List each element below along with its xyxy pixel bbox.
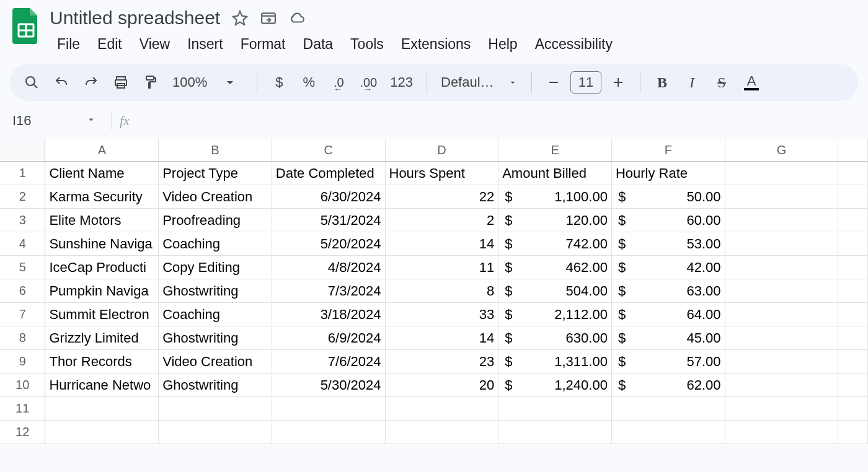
cell[interactable] — [725, 326, 839, 349]
menu-data[interactable]: Data — [296, 33, 341, 55]
cell[interactable] — [838, 303, 868, 326]
column-header-C[interactable]: C — [272, 139, 386, 162]
cell[interactable]: 7/6/2024 — [272, 350, 386, 373]
name-box-dropdown-icon[interactable] — [86, 113, 97, 129]
cell[interactable]: 11 — [386, 256, 499, 279]
row-header[interactable]: 4 — [0, 232, 45, 255]
zoom-dropdown-icon[interactable] — [217, 69, 243, 95]
cell[interactable] — [386, 397, 499, 420]
cell[interactable]: $64.00 — [612, 303, 725, 326]
cell[interactable] — [838, 279, 868, 302]
search-icon[interactable] — [19, 69, 45, 95]
cell[interactable]: 6/9/2024 — [272, 326, 386, 349]
cell[interactable] — [612, 397, 725, 420]
currency-format-button[interactable]: $ — [266, 69, 292, 95]
menu-tools[interactable]: Tools — [343, 33, 391, 55]
cell[interactable]: Coaching — [159, 303, 272, 326]
cell[interactable]: 22 — [386, 185, 499, 208]
cell[interactable]: Hours Spent — [386, 162, 499, 185]
cell[interactable]: $630.00 — [498, 326, 612, 349]
cell[interactable]: Copy Editing — [159, 256, 272, 279]
select-all-corner[interactable] — [0, 139, 45, 162]
cell[interactable]: $62.00 — [612, 374, 725, 396]
cell[interactable]: Ghostwriting — [159, 374, 272, 396]
cell[interactable]: 14 — [386, 326, 499, 349]
row-header[interactable]: 5 — [0, 256, 45, 279]
cell[interactable]: $63.00 — [612, 279, 725, 302]
cell[interactable]: Video Creation — [159, 350, 272, 373]
cell[interactable] — [45, 397, 159, 420]
cell[interactable] — [838, 162, 868, 185]
row-header[interactable]: 3 — [0, 209, 45, 232]
cell[interactable]: 5/20/2024 — [272, 232, 386, 255]
cell[interactable]: 23 — [386, 350, 499, 373]
strikethrough-button[interactable]: S — [709, 69, 735, 95]
row-header[interactable]: 12 — [0, 421, 45, 444]
paint-format-icon[interactable] — [138, 69, 164, 95]
row-header[interactable]: 7 — [0, 303, 45, 326]
row-header[interactable]: 1 — [0, 162, 45, 185]
row-header[interactable]: 6 — [0, 279, 45, 302]
cell[interactable] — [272, 397, 386, 420]
cell[interactable]: Client Name — [45, 162, 159, 185]
cell[interactable]: Sunshine Naviga — [45, 232, 159, 255]
cell[interactable] — [159, 397, 272, 420]
column-header-A[interactable]: A — [45, 139, 159, 162]
font-family-select[interactable]: Defaul… — [436, 74, 523, 90]
cell[interactable]: $120.00 — [498, 209, 612, 232]
cell[interactable] — [838, 350, 868, 373]
cell[interactable]: 7/3/2024 — [272, 279, 386, 302]
column-header-partial[interactable] — [838, 139, 868, 162]
cell[interactable]: $60.00 — [612, 209, 725, 232]
cell[interactable] — [838, 232, 868, 255]
cell[interactable] — [725, 350, 839, 373]
cell[interactable]: $2,112.00 — [498, 303, 612, 326]
column-header-D[interactable]: D — [386, 139, 499, 162]
menu-accessibility[interactable]: Accessibility — [528, 33, 620, 55]
row-header[interactable]: 11 — [0, 397, 45, 420]
star-icon[interactable] — [231, 9, 249, 27]
menu-extensions[interactable]: Extensions — [394, 33, 479, 55]
column-header-B[interactable]: B — [159, 139, 272, 162]
percent-format-button[interactable]: % — [296, 69, 322, 95]
cell[interactable] — [725, 162, 839, 185]
text-color-button[interactable]: A — [738, 69, 764, 95]
cell[interactable] — [159, 421, 272, 444]
cell[interactable] — [725, 232, 839, 255]
spreadsheet-grid[interactable]: A B C D E F G 1 Client Name Project Type… — [0, 139, 868, 444]
print-icon[interactable] — [108, 69, 134, 95]
more-formats-button[interactable]: 123 — [385, 69, 418, 95]
menu-edit[interactable]: Edit — [90, 33, 130, 55]
cell[interactable]: Hourly Rate — [612, 162, 725, 185]
menu-help[interactable]: Help — [480, 33, 525, 55]
cell[interactable] — [838, 256, 868, 279]
cell[interactable] — [612, 421, 725, 444]
decrease-decimal-button[interactable]: .0← — [326, 69, 352, 95]
cell[interactable]: 5/31/2024 — [272, 209, 386, 232]
cell[interactable]: Proofreading — [159, 209, 272, 232]
formula-input[interactable] — [130, 107, 868, 134]
cell[interactable] — [498, 397, 612, 420]
cell[interactable] — [838, 397, 868, 420]
cell[interactable]: 3/18/2024 — [272, 303, 386, 326]
cell[interactable] — [838, 326, 868, 349]
cell[interactable]: 8 — [386, 279, 499, 302]
cell[interactable]: 2 — [386, 209, 499, 232]
menu-file[interactable]: File — [50, 33, 87, 55]
row-header[interactable]: 10 — [0, 374, 45, 396]
column-header-G[interactable]: G — [725, 139, 839, 162]
menu-format[interactable]: Format — [233, 33, 293, 55]
cell[interactable] — [725, 209, 839, 232]
cell[interactable]: Hurricane Netwo — [45, 374, 159, 396]
cell[interactable]: 14 — [386, 232, 499, 255]
cell[interactable] — [725, 421, 839, 444]
cell[interactable]: Date Completed — [272, 162, 386, 185]
cell[interactable]: $504.00 — [498, 279, 612, 302]
cell[interactable]: 5/30/2024 — [272, 374, 386, 396]
cell[interactable]: Coaching — [159, 232, 272, 255]
cell[interactable]: 6/30/2024 — [272, 185, 386, 208]
cell[interactable] — [272, 421, 386, 444]
cell[interactable] — [725, 256, 839, 279]
row-header[interactable]: 8 — [0, 326, 45, 349]
cell[interactable]: Thor Records — [45, 350, 159, 373]
